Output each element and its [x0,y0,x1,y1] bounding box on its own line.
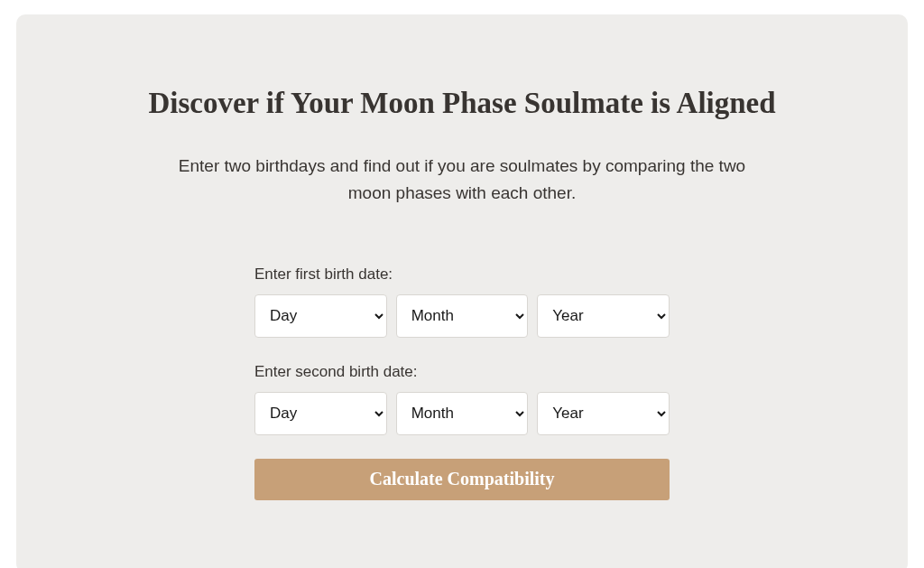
page-title: Discover if Your Moon Phase Soulmate is … [70,87,854,120]
second-birthdate-row: Day Month Year [254,392,670,435]
page-subtitle: Enter two birthdays and find out if you … [173,153,751,208]
second-year-select[interactable]: Year [537,392,670,435]
form-container: Enter first birth date: Day Month Year E… [254,265,670,500]
first-birthdate-row: Day Month Year [254,294,670,338]
moon-phase-card: Discover if Your Moon Phase Soulmate is … [16,14,908,568]
second-month-select[interactable]: Month [396,392,529,435]
first-year-select[interactable]: Year [537,294,670,338]
second-day-select[interactable]: Day [254,392,387,435]
first-month-select[interactable]: Month [396,294,529,338]
first-birthdate-label: Enter first birth date: [254,265,670,284]
first-day-select[interactable]: Day [254,294,387,338]
calculate-button[interactable]: Calculate Compatibility [254,459,670,500]
second-birthdate-label: Enter second birth date: [254,363,670,381]
